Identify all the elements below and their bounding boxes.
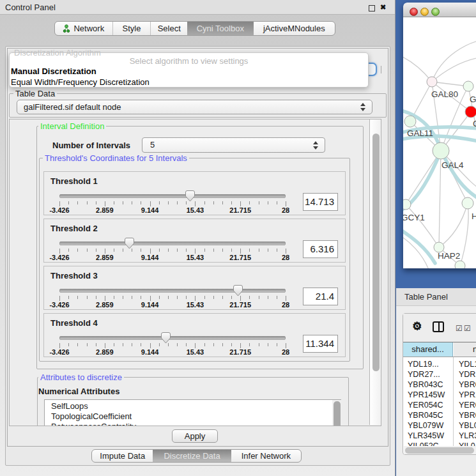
interval-definition-group: Interval Definition Number of Intervals … <box>36 126 364 369</box>
table-cell-shared-name[interactable]: YER054C <box>408 401 443 410</box>
checkbox-icon[interactable]: ☑ <box>464 325 471 332</box>
tab-network[interactable]: Network <box>55 22 112 35</box>
tab-jactivemnodules[interactable]: jActiveMNodules <box>254 22 335 35</box>
table-cell-shared-name[interactable]: YPR145W <box>408 390 445 399</box>
tab-infer-network[interactable]: Infer Network <box>231 450 301 462</box>
table-data-label: Table Data <box>13 89 57 98</box>
table-header-name[interactable]: na <box>454 342 476 357</box>
numerical-attributes-list[interactable]: SelfLoopsTopologicalCoefficientBetweenne… <box>44 399 341 426</box>
interval-definition-label: Interval Definition <box>38 121 106 131</box>
attributes-list-scrollbar[interactable] <box>332 400 341 426</box>
threshold-title: Threshold 3 <box>50 271 98 280</box>
table-cell-name[interactable]: YPR1 <box>459 390 476 399</box>
network-window: GAL80GACGAL11GAL4GCY1HHAP2 <box>403 3 476 268</box>
attribute-item[interactable]: SelfLoops <box>51 401 88 411</box>
split-columns-icon[interactable] <box>433 321 444 332</box>
table-cell-shared-name[interactable]: YBR043C <box>408 380 443 389</box>
apply-button[interactable]: Apply <box>172 429 218 443</box>
table-rows: YDL19...YDL1YDR27...YDR2YBR043CYBR0YPR14… <box>403 357 476 446</box>
table-data-combo-value: galFiltered.sif default node <box>24 102 121 112</box>
table-header-shared-name[interactable]: shared... <box>403 342 453 357</box>
algorithm-option-manual[interactable]: Manual Discretization <box>11 66 96 76</box>
threshold-value-box[interactable]: 6.316 <box>303 240 338 258</box>
algorithm-option-equal-width[interactable]: Equal Width/Frequency Discretization <box>11 77 150 87</box>
threshold-slider-thumb[interactable] <box>185 190 195 202</box>
table-cell-name[interactable]: YBL0 <box>459 421 476 430</box>
settings-scrollbar[interactable] <box>369 119 381 425</box>
tab-impute-data[interactable]: Impute Data <box>92 450 153 462</box>
slider-tick-label: -3.426 <box>43 301 75 309</box>
float-window-icon[interactable] <box>369 5 375 12</box>
threshold-slider-thumb[interactable] <box>233 285 243 296</box>
slider-tick-label: 2.859 <box>89 301 121 309</box>
minimize-traffic-light[interactable] <box>420 8 429 16</box>
algorithm-dropdown-hint: Select algorithm to view settings <box>10 56 368 66</box>
close-icon[interactable]: ✖ <box>380 3 386 12</box>
screen: Control Panel ✖ NetworkStyleSelectCyni T… <box>0 0 476 476</box>
table-cell-name[interactable]: YDL1 <box>459 360 476 369</box>
slider-tick-label: -3.426 <box>43 348 75 356</box>
table-cell-name[interactable]: YLR3 <box>459 431 476 440</box>
threshold-value-box[interactable]: 21.4 <box>303 288 338 305</box>
tab-select[interactable]: Select <box>150 22 187 35</box>
table-data-combo[interactable]: galFiltered.sif default node <box>17 100 372 114</box>
table-cell-shared-name[interactable]: YDL19... <box>408 360 439 369</box>
slider-tick-label: 15.43 <box>179 348 211 356</box>
zoom-traffic-light[interactable] <box>431 8 440 16</box>
table-toolbar: ⚙ ☑ ☑ <box>403 314 476 342</box>
slider-tick-label: 15.43 <box>179 254 211 261</box>
slider-tick-label: 21.715 <box>224 301 256 309</box>
table-panel-header: Table Panel <box>396 288 476 306</box>
threshold-slider-track[interactable] <box>59 336 286 340</box>
table-cell-name[interactable]: YBR0 <box>459 411 476 420</box>
threshold-slider-track[interactable] <box>59 194 286 198</box>
thresholds-group-label: Threshold's Coordinates for 5 Intervals <box>43 153 189 163</box>
number-of-intervals-spinner[interactable]: 5 <box>142 137 325 153</box>
table-cell-shared-name[interactable]: YBR045C <box>408 411 443 420</box>
threshold-slider-thumb[interactable] <box>161 332 171 344</box>
svg-text:GA: GA <box>470 95 476 104</box>
slider-tick-label: 9.144 <box>134 254 166 261</box>
tab-cyni-toolbox[interactable]: Cyni Toolbox <box>187 22 254 35</box>
toolbox-tab-bar: NetworkStyleSelectCyni ToolboxjActiveMNo… <box>54 21 335 36</box>
threshold-slider-thumb[interactable] <box>125 238 134 249</box>
network-window-titlebar <box>403 3 476 17</box>
settings-scroll-viewport: Interval Definition Number of Intervals … <box>9 119 381 426</box>
tab-label: Cyni Toolbox <box>197 24 244 33</box>
table-cell-name[interactable]: YIL0 <box>459 441 475 446</box>
tab-label: Network <box>73 24 104 33</box>
tab-label: jActiveMNodules <box>263 24 325 33</box>
table-cell-shared-name[interactable]: YDR27... <box>408 370 440 379</box>
table-cell-name[interactable]: YDR2 <box>459 370 476 379</box>
table-cell-name[interactable]: YBR0 <box>459 380 476 389</box>
tab-discretize-data[interactable]: Discretize Data <box>153 450 231 462</box>
checkbox-icon[interactable]: ☑ <box>456 325 463 332</box>
table-cell-name[interactable]: YER0 <box>459 401 476 410</box>
table-horizontal-scrollbar[interactable] <box>404 446 476 454</box>
slider-tick-label: -3.426 <box>43 206 75 214</box>
threshold-value-box[interactable]: 11.344 <box>303 335 338 353</box>
threshold-value-box[interactable]: 14.713 <box>303 193 338 211</box>
spinner-updown-icon <box>313 141 319 150</box>
threshold-panel-4: Threshold 4-3.4262.8599.14415.4321.71528… <box>43 313 346 357</box>
attributes-group: Attributes to discretize Numerical Attri… <box>37 377 349 426</box>
threshold-slider-track[interactable] <box>59 242 286 245</box>
network-canvas[interactable]: GAL80GACGAL11GAL4GCY1HHAP2 <box>403 17 476 268</box>
numerical-attributes-label: Numerical Attributes <box>38 387 119 396</box>
attribute-item[interactable]: BetweennessCentrality <box>51 422 136 426</box>
table-cell-shared-name[interactable]: YIL052C <box>408 441 439 446</box>
control-panel-titlebar: Control Panel ✖ <box>0 0 395 15</box>
algorithm-group-label: Discretization Algorithm <box>14 48 101 58</box>
table-cell-shared-name[interactable]: YLR345W <box>408 431 444 440</box>
combo-updown-icon <box>360 103 366 111</box>
node-table-card: ⚙ ☑ ☑ shared... na YDL19...YDL1YDR27...Y… <box>403 313 476 455</box>
slider-tick-label: 28 <box>270 206 302 214</box>
attribute-item[interactable]: TopologicalCoefficient <box>51 411 132 422</box>
gear-icon[interactable]: ⚙ <box>412 321 422 332</box>
close-traffic-light[interactable] <box>410 8 418 16</box>
tab-style[interactable]: Style <box>112 22 151 35</box>
number-of-intervals-value: 5 <box>150 140 155 150</box>
table-cell-shared-name[interactable]: YBL079W <box>408 421 443 430</box>
slider-tick-label: -3.426 <box>43 254 75 261</box>
threshold-slider-track[interactable] <box>59 289 286 293</box>
